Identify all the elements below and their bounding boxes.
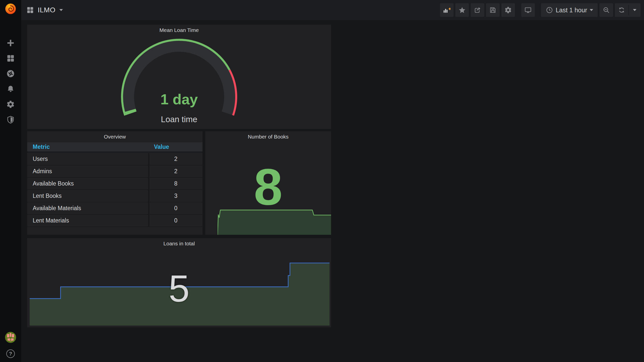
stat-value: 5 [27,270,331,307]
save-icon [489,6,497,14]
column-header-metric[interactable]: Metric [33,144,50,150]
value-cell: 8 [148,178,203,190]
sidebar-bottom: ? [0,329,21,362]
table-row: Available Materials 0 [27,202,203,215]
metric-cell: Lent Materials [27,215,148,227]
panel-number-of-books: Number of Books 8 [205,131,331,235]
time-range-picker[interactable]: Last 1 hour [541,3,598,17]
value-cell: 0 [148,202,203,214]
gear-icon [6,100,15,109]
table-row: Lent Books 3 [27,190,203,202]
dashboards-grid-icon [6,54,15,63]
dashboard-grid-icon [27,7,34,14]
navbar-actions: Last 1 hour [438,3,640,17]
chevron-down-icon [590,9,593,11]
panel-title[interactable]: Overview [27,131,203,142]
magnifier-minus-icon [602,6,610,14]
time-range-label: Last 1 hour [556,7,587,14]
panel-mean-loan-time: Mean Loan Time 1 day Loan time [27,25,331,129]
panel-title[interactable]: Loans in total [27,238,331,249]
dashboard-title: ILMO [38,6,55,14]
zoom-out-time-button[interactable] [599,3,613,17]
star-icon [458,6,466,14]
gauge-label: Loan time [27,115,331,124]
share-icon [474,6,481,14]
value-cell: 2 [148,165,203,177]
metric-cell: Available Materials [27,202,148,214]
panel-title[interactable]: Mean Loan Time [27,25,331,36]
gauge-value: 1 day [27,91,331,108]
monitor-icon [524,6,532,14]
sidebar-item-alerting[interactable] [0,81,21,97]
clock-icon [546,6,553,14]
favorite-button[interactable] [455,3,469,17]
table-row: Admins 2 [27,165,203,178]
sidebar: ? [0,0,21,362]
stat-value: 8 [205,161,331,212]
gear-icon [504,6,512,14]
column-header-value[interactable]: Value [154,144,169,150]
avatar [5,332,16,343]
compass-icon [6,69,15,78]
dashboard-title-button[interactable]: ILMO [27,6,63,14]
question-mark-icon: ? [6,349,15,358]
metric-cell: Lent Books [27,190,148,202]
cycle-view-mode-button[interactable] [521,3,535,17]
refresh-button[interactable] [615,3,628,17]
metric-cell: Available Books [27,178,148,190]
sidebar-menu [0,35,21,127]
value-cell: 2 [148,153,203,165]
gauge-chart [120,35,238,126]
grafana-logo[interactable] [5,3,17,15]
table-row: Lent Materials 0 [27,215,203,227]
refresh-interval-dropdown[interactable] [629,3,640,17]
metric-cell: Admins [27,165,148,177]
sidebar-item-create[interactable] [0,35,21,51]
sparkline-chart [218,208,331,235]
chevron-down-icon [59,9,63,11]
help-button[interactable]: ? [0,345,21,362]
table-body: Users 2 Admins 2 Available Books 8 Lent … [27,153,203,227]
panel-title[interactable]: Number of Books [205,131,331,142]
metric-cell: Users [27,153,148,165]
panel-loans-in-total: Loans in total 5 [27,238,331,327]
sidebar-item-configuration[interactable] [0,97,21,112]
sidebar-item-explore[interactable] [0,66,21,81]
save-button[interactable] [486,3,500,17]
value-cell: 3 [148,190,203,202]
share-button[interactable] [471,3,484,17]
add-panel-button[interactable] [440,3,454,17]
dashboard-content: Mean Loan Time 1 day Loan time Overview … [21,20,644,362]
sidebar-item-server-admin[interactable] [0,112,21,127]
refresh-icon [618,6,625,14]
value-cell: 0 [148,215,203,227]
table-row: Users 2 [27,153,203,165]
refresh-button-group [615,3,640,17]
bar-chart-plus-icon [443,6,451,14]
sidebar-item-dashboards[interactable] [0,51,21,66]
chevron-down-icon [633,9,636,11]
panel-overview: Overview Metric Value Users 2 Admins 2 A… [27,131,203,235]
plus-icon [6,39,15,47]
table-row: Available Books 8 [27,178,203,190]
top-navbar: ILMO [21,0,644,20]
bell-icon [6,85,15,93]
settings-button[interactable] [501,3,515,17]
help-label: ? [9,351,12,357]
user-profile-button[interactable] [0,329,21,345]
shield-icon [6,115,15,124]
table-header: Metric Value [27,142,203,152]
